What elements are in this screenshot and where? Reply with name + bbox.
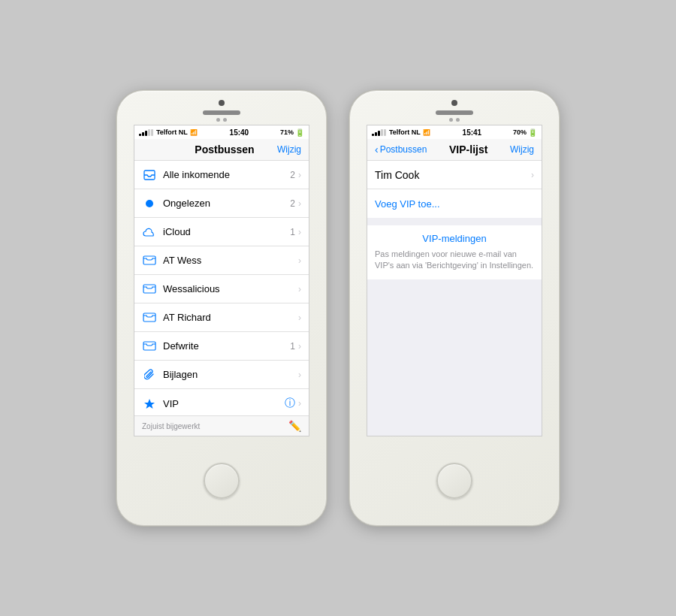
- vip-notifications-desc: Pas meldingen voor nieuwe e-mail van VIP…: [375, 249, 534, 272]
- mailbox-icon: [142, 255, 157, 265]
- nav-back-label[interactable]: Postbussen: [380, 144, 427, 155]
- nav-back-btn[interactable]: ‹ Postbussen: [375, 143, 427, 156]
- status-right-right: 70% 🔋: [513, 128, 537, 137]
- dot1: [449, 118, 453, 122]
- vip-contact-name: Tim Cook: [375, 169, 531, 181]
- mailbox-icon: [142, 313, 157, 322]
- item-badge: 2: [290, 198, 295, 209]
- item-label: iCloud: [163, 226, 290, 237]
- info-icon: ⓘ: [285, 397, 295, 410]
- chevron-icon: ›: [298, 341, 301, 352]
- item-badge: 2: [290, 170, 295, 180]
- chevron-icon: ›: [298, 313, 301, 323]
- phone-right: Telfort NL 📶 15:41 70% 🔋 ‹ Postbussen VI…: [349, 90, 560, 526]
- add-vip-item[interactable]: Voeg VIP toe...: [367, 189, 542, 218]
- carrier-left: Telfort NL: [156, 128, 188, 136]
- nav-action-right[interactable]: Wijzig: [510, 144, 534, 155]
- item-label: Alle inkomende: [163, 169, 290, 180]
- list-section-left: Alle inkomende 2 › Ongelezen 2 ›: [134, 161, 309, 415]
- icloud-icon: [142, 228, 157, 237]
- add-vip-label[interactable]: Voeg VIP toe...: [375, 198, 440, 210]
- status-bar-right: Telfort NL 📶 15:41 70% 🔋: [367, 125, 542, 139]
- back-chevron-icon: ‹: [375, 143, 379, 156]
- dot2: [223, 118, 227, 122]
- item-label: AT Wess: [163, 255, 298, 266]
- signal-dots: [372, 129, 386, 136]
- unread-dot-icon: [142, 200, 157, 207]
- footer-text: Zojuist bijgewerkt: [142, 422, 200, 430]
- phone-top-right: [350, 91, 559, 125]
- status-bar-left: Telfort NL 📶 15:40 71% 🔋: [134, 125, 309, 139]
- side-dots-left: [216, 118, 227, 122]
- list-item[interactable]: Wessalicious ›: [134, 275, 309, 303]
- status-right-left: 71% 🔋: [280, 128, 304, 137]
- dot1: [216, 118, 220, 122]
- signal-dots: [139, 129, 153, 136]
- vip-contacts-list: Tim Cook › Voeg VIP toe...: [367, 161, 542, 218]
- side-dots-right: [449, 118, 460, 122]
- speaker-right: [436, 110, 473, 115]
- time-left: 15:40: [230, 128, 249, 137]
- mailbox-list: Alle inkomende 2 › Ongelezen 2 ›: [134, 161, 309, 415]
- mailbox-icon: [142, 284, 157, 294]
- chevron-icon: ›: [298, 370, 301, 380]
- attachment-icon: [142, 369, 157, 381]
- battery-right: 70%: [513, 128, 527, 136]
- home-button-right[interactable]: [436, 463, 472, 499]
- screen-left: Telfort NL 📶 15:40 71% 🔋 Postbussen Wijz…: [134, 125, 309, 436]
- item-label: Ongelezen: [163, 198, 290, 209]
- chevron-icon: ›: [298, 170, 301, 180]
- item-label: Defwrite: [163, 340, 290, 352]
- chevron-icon: ›: [298, 398, 301, 409]
- item-label: Wessalicious: [163, 283, 298, 294]
- svg-marker-5: [144, 399, 155, 409]
- list-item[interactable]: Alle inkomende 2 ›: [134, 161, 309, 189]
- item-label: AT Richard: [163, 312, 298, 323]
- nav-title-right: VIP-lijst: [449, 143, 487, 156]
- vip-notifications-section: VIP-meldingen Pas meldingen voor nieuwe …: [367, 225, 542, 279]
- footer-bar-left: Zojuist bijgewerkt ✏️: [134, 415, 309, 436]
- list-item-vip[interactable]: VIP ⓘ ›: [134, 389, 309, 415]
- time-right: 15:41: [463, 128, 482, 137]
- item-label: VIP: [163, 398, 285, 409]
- chevron-icon: ›: [298, 255, 301, 266]
- phone-left: Telfort NL 📶 15:40 71% 🔋 Postbussen Wijz…: [116, 90, 327, 526]
- nav-bar-right: ‹ Postbussen VIP-lijst Wijzig: [367, 139, 542, 161]
- list-item[interactable]: iCloud 1 ›: [134, 218, 309, 246]
- chevron-icon: ›: [298, 227, 301, 237]
- chevron-icon: ›: [298, 198, 301, 209]
- nav-bar-left: Postbussen Wijzig: [134, 139, 309, 161]
- battery-icon-right: 🔋: [528, 128, 537, 137]
- home-button-left[interactable]: [204, 463, 240, 499]
- dot2: [456, 118, 460, 122]
- list-item[interactable]: AT Wess ›: [134, 246, 309, 275]
- vip-contact-item[interactable]: Tim Cook ›: [367, 161, 542, 189]
- list-item[interactable]: AT Richard ›: [134, 303, 309, 332]
- inbox-icon: [142, 170, 157, 180]
- list-item[interactable]: Ongelezen 2 ›: [134, 189, 309, 218]
- speaker-left: [203, 110, 240, 115]
- home-btn-area-left: [204, 436, 240, 525]
- vip-notification-box: VIP-meldingen Pas meldingen voor nieuwe …: [367, 225, 542, 279]
- nav-title-left: Postbussen: [195, 143, 254, 156]
- item-label: Bijlagen: [163, 369, 298, 380]
- home-btn-area-right: [436, 436, 472, 525]
- list-item[interactable]: Bijlagen ›: [134, 361, 309, 389]
- wifi-icon-right: 📶: [423, 129, 430, 136]
- battery-icon-left: 🔋: [295, 128, 304, 137]
- compose-icon[interactable]: ✏️: [288, 420, 301, 432]
- screen-right: Telfort NL 📶 15:41 70% 🔋 ‹ Postbussen VI…: [367, 125, 542, 436]
- mailbox-icon: [142, 341, 157, 351]
- chevron-icon: ›: [298, 284, 301, 294]
- item-badge: 1: [290, 341, 295, 352]
- phone-top-left: [117, 91, 326, 125]
- nav-action-left[interactable]: Wijzig: [277, 144, 301, 155]
- vip-section: Tim Cook › Voeg VIP toe... VIP-meldingen…: [367, 161, 542, 436]
- status-left: Telfort NL 📶: [139, 128, 198, 136]
- list-item[interactable]: Defwrite 1 ›: [134, 332, 309, 361]
- wifi-icon-left: 📶: [190, 129, 198, 136]
- camera-right: [451, 100, 457, 106]
- camera-left: [219, 100, 225, 106]
- chevron-icon: ›: [531, 170, 534, 180]
- battery-left: 71%: [280, 128, 294, 136]
